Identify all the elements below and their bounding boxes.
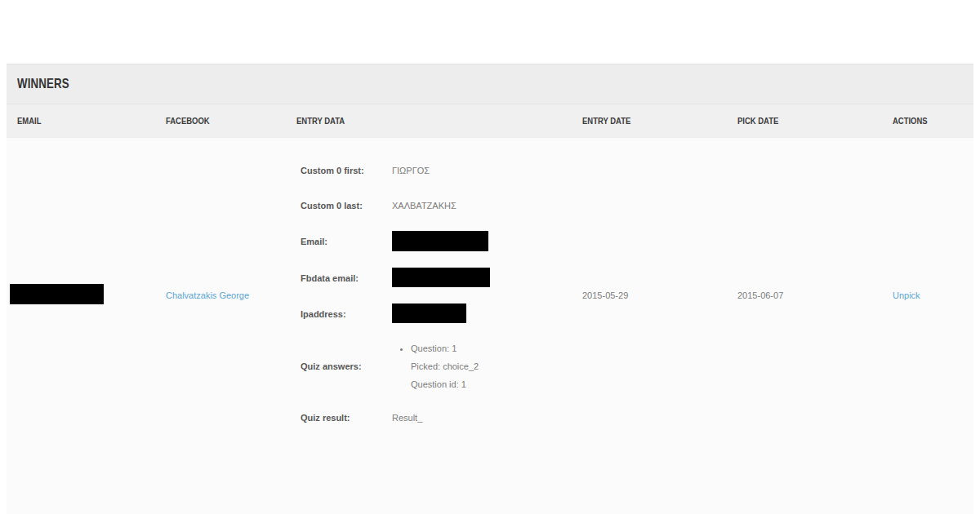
facebook-cell: Chalvatzakis George xyxy=(155,137,286,453)
table-header-row: EMAILFACEBOOKENTRY DATAENTRY DATEPICK DA… xyxy=(7,104,973,137)
entry-data-field-label: Custom 0 first: xyxy=(301,166,392,175)
entry-data-row: Custom 0 last:ΧΑΛΒΑΤΖΑΚΗΣ xyxy=(301,196,572,216)
column-header-label: ENTRY DATE xyxy=(582,116,630,126)
entry-data-field-value: ΧΑΛΒΑΤΖΑΚΗΣ xyxy=(392,201,457,210)
redaction-box xyxy=(392,268,490,287)
column-header-label: FACEBOOK xyxy=(166,116,210,126)
entry-data-field-value: Result_ xyxy=(392,413,422,423)
panel-title: WINNERS xyxy=(17,76,84,92)
entry-data-field-value-redacted xyxy=(392,231,488,253)
entry-data-cell: Custom 0 first:ΓΙΩΡΓΟΣCustom 0 last:ΧΑΛΒ… xyxy=(286,137,572,453)
column-header-facebook: FACEBOOK xyxy=(155,104,286,137)
quiz-answer-line: Question id: 1 xyxy=(411,375,479,393)
column-header-label: EMAIL xyxy=(17,116,41,126)
quiz-answer-line: Question: 1 xyxy=(411,339,479,357)
entry-data-field-value-redacted xyxy=(392,268,490,289)
panel-title-bar: WINNERS xyxy=(7,64,973,104)
unpick-link[interactable]: Unpick xyxy=(893,290,920,300)
entry-data-row: Fbdata email: xyxy=(301,268,572,289)
entry-data-row: Quiz answers:Question: 1Picked: choice_2… xyxy=(301,339,572,393)
column-header-entry-data: ENTRY DATA xyxy=(286,104,572,137)
panel-title-text: WINNERS xyxy=(17,76,69,92)
entry-date-cell: 2015-05-29 xyxy=(572,137,727,453)
facebook-profile-link[interactable]: Chalvatzakis George xyxy=(166,290,249,300)
column-header-label: PICK DATE xyxy=(737,116,778,126)
quiz-answer-line: Picked: choice_2 xyxy=(411,357,479,375)
column-header-pick-date: PICK DATE xyxy=(727,104,882,137)
entry-data-field-label: Quiz answers: xyxy=(301,361,392,371)
column-header-email: EMAIL xyxy=(7,104,155,137)
entry-data-field-label: Custom 0 last: xyxy=(301,201,392,210)
quiz-answer-item: Question: 1Picked: choice_2Question id: … xyxy=(411,339,479,393)
entry-data-field-value: ΓΙΩΡΓΟΣ xyxy=(392,166,430,175)
entry-data-row: Custom 0 first:ΓΙΩΡΓΟΣ xyxy=(301,161,572,181)
pick-date-cell: 2015-06-07 xyxy=(727,137,882,453)
table-row: Chalvatzakis George Custom 0 first:ΓΙΩΡΓ… xyxy=(7,137,973,453)
entry-data-field-label: Fbdata email: xyxy=(301,273,392,283)
entry-data-fields: Custom 0 first:ΓΙΩΡΓΟΣCustom 0 last:ΧΑΛΒ… xyxy=(301,161,572,428)
redaction-box xyxy=(392,231,488,251)
entry-data-row: Ipaddress: xyxy=(301,304,572,325)
column-header-label: ENTRY DATA xyxy=(296,116,345,126)
entry-data-field-value-redacted xyxy=(392,304,466,325)
entry-data-row: Quiz result:Result_ xyxy=(301,408,572,428)
column-header-actions: ACTIONS xyxy=(882,104,973,137)
entry-data-field-label: Ipaddress: xyxy=(301,309,392,319)
entry-data-row: Email: xyxy=(301,231,572,253)
actions-cell: Unpick xyxy=(882,137,973,453)
column-header-entry-date: ENTRY DATE xyxy=(572,104,727,137)
redaction-box xyxy=(392,304,466,323)
entry-data-field-label: Email: xyxy=(301,237,392,246)
column-header-label: ACTIONS xyxy=(893,116,928,126)
entry-data-field-value-list: Question: 1Picked: choice_2Question id: … xyxy=(392,339,479,393)
email-cell xyxy=(7,137,155,453)
redacted-email-value xyxy=(10,284,104,304)
winners-table: EMAILFACEBOOKENTRY DATAENTRY DATEPICK DA… xyxy=(7,104,973,453)
winners-panel: WINNERS EMAILFACEBOOKENTRY DATAENTRY DAT… xyxy=(7,64,973,514)
page: WINNERS EMAILFACEBOOKENTRY DATAENTRY DAT… xyxy=(0,0,980,514)
entry-data-field-label: Quiz result: xyxy=(301,413,392,423)
